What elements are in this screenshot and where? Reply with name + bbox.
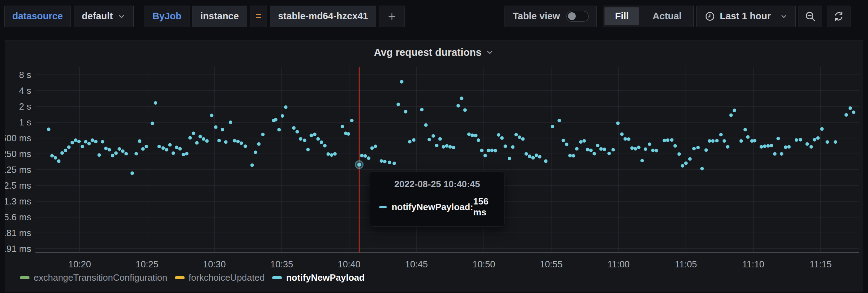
data-point[interactable] — [205, 139, 209, 143]
time-range-picker[interactable]: Last 1 hour — [696, 6, 796, 27]
table-view-toggle[interactable] — [566, 11, 589, 22]
data-point[interactable] — [251, 163, 254, 167]
data-point[interactable] — [396, 103, 400, 106]
data-point[interactable] — [743, 128, 747, 131]
data-point[interactable] — [350, 119, 354, 122]
data-point[interactable] — [708, 139, 711, 143]
data-point[interactable] — [165, 148, 168, 151]
data-point[interactable] — [224, 140, 228, 144]
data-point[interactable] — [111, 154, 114, 157]
data-point[interactable] — [114, 151, 118, 155]
data-point[interactable] — [799, 138, 802, 142]
data-point[interactable] — [363, 154, 367, 158]
data-point[interactable] — [480, 149, 483, 152]
data-point[interactable] — [400, 80, 403, 84]
datasource-picker[interactable]: default — [74, 6, 134, 27]
data-point[interactable] — [711, 139, 715, 143]
data-point[interactable] — [722, 139, 726, 143]
data-point[interactable] — [306, 148, 310, 151]
data-point[interactable] — [637, 146, 641, 149]
filter-value-chip[interactable]: stable-md64-hzcx41 — [270, 6, 376, 27]
data-point[interactable] — [746, 135, 750, 139]
data-point[interactable] — [360, 154, 363, 157]
data-point[interactable] — [726, 145, 729, 149]
data-point[interactable] — [525, 152, 528, 156]
data-point[interactable] — [456, 104, 460, 108]
filter-key-chip[interactable]: instance — [192, 6, 247, 27]
data-point[interactable] — [50, 154, 54, 157]
data-point[interactable] — [528, 155, 532, 158]
data-point[interactable] — [607, 152, 611, 155]
data-point[interactable] — [490, 149, 494, 152]
data-point[interactable] — [151, 122, 154, 125]
data-point[interactable] — [518, 135, 521, 139]
data-point[interactable] — [705, 148, 708, 152]
data-point[interactable] — [185, 152, 188, 155]
data-point[interactable] — [154, 101, 157, 105]
data-point[interactable] — [438, 137, 442, 141]
data-point[interactable] — [477, 138, 480, 142]
data-point[interactable] — [292, 126, 296, 130]
data-point[interactable] — [696, 146, 700, 149]
data-point[interactable] — [81, 145, 84, 148]
data-point[interactable] — [175, 146, 178, 149]
data-point[interactable] — [575, 147, 579, 151]
data-point[interactable] — [603, 148, 606, 151]
data-point[interactable] — [172, 151, 175, 155]
data-point[interactable] — [666, 138, 669, 142]
data-point[interactable] — [295, 130, 299, 134]
data-point[interactable] — [648, 142, 651, 146]
data-point[interactable] — [521, 137, 525, 141]
data-point[interactable] — [565, 143, 568, 146]
data-point[interactable] — [770, 144, 773, 147]
data-point[interactable] — [514, 133, 518, 136]
data-point[interactable] — [98, 153, 101, 157]
data-point[interactable] — [380, 159, 383, 163]
data-point[interactable] — [121, 149, 125, 153]
data-point[interactable] — [655, 149, 658, 152]
data-point[interactable] — [168, 143, 172, 146]
data-point[interactable] — [766, 144, 770, 148]
data-point[interactable] — [557, 119, 561, 122]
data-point[interactable] — [582, 139, 586, 143]
data-point[interactable] — [852, 111, 855, 114]
data-point[interactable] — [460, 97, 463, 100]
data-point[interactable] — [763, 144, 767, 148]
data-point[interactable] — [483, 154, 487, 157]
data-point[interactable] — [229, 121, 232, 124]
data-point[interactable] — [91, 138, 94, 142]
data-point[interactable] — [370, 146, 374, 150]
data-point[interactable] — [599, 147, 603, 151]
data-point[interactable] — [688, 157, 692, 161]
data-point[interactable] — [651, 149, 655, 152]
data-point[interactable] — [233, 139, 236, 143]
data-point[interactable] — [243, 144, 247, 148]
data-point[interactable] — [134, 152, 138, 155]
data-point[interactable] — [64, 149, 67, 152]
data-point[interactable] — [299, 137, 302, 141]
data-point[interactable] — [67, 145, 71, 149]
data-point[interactable] — [257, 142, 261, 146]
data-point[interactable] — [202, 137, 205, 141]
data-point[interactable] — [367, 156, 370, 160]
data-point[interactable] — [729, 113, 733, 117]
data-point[interactable] — [579, 140, 582, 144]
data-point[interactable] — [118, 147, 121, 151]
data-point[interactable] — [158, 145, 161, 148]
data-point[interactable] — [383, 160, 387, 163]
data-point[interactable] — [199, 135, 202, 138]
data-point[interactable] — [101, 140, 104, 144]
data-point[interactable] — [284, 105, 288, 109]
filter-operator-chip[interactable]: = — [250, 6, 267, 27]
data-point[interactable] — [531, 156, 535, 159]
data-point[interactable] — [467, 132, 471, 136]
data-point[interactable] — [442, 145, 445, 149]
data-point[interactable] — [535, 154, 538, 157]
data-point[interactable] — [254, 150, 257, 154]
data-point[interactable] — [210, 114, 213, 117]
hovered-point[interactable] — [357, 163, 361, 167]
zoom-out-button[interactable] — [799, 6, 822, 27]
add-filter-button[interactable] — [379, 6, 405, 27]
data-point[interactable] — [474, 134, 478, 137]
data-point[interactable] — [420, 108, 423, 111]
